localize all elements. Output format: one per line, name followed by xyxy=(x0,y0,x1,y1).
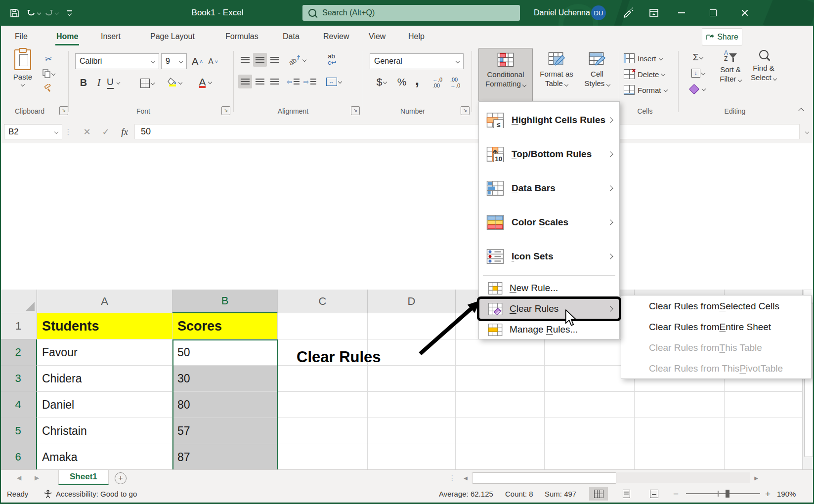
alignment-dialog-launcher-icon[interactable]: ↘ xyxy=(351,106,360,115)
font-dialog-launcher-icon[interactable]: ↘ xyxy=(221,106,230,115)
avatar[interactable]: DU xyxy=(591,5,606,20)
cell-g6[interactable] xyxy=(635,444,725,469)
borders-button[interactable] xyxy=(137,77,157,89)
minimize-button[interactable] xyxy=(670,0,693,26)
clear-button[interactable] xyxy=(687,83,709,95)
menu-item-data-bars[interactable]: Data Bars xyxy=(479,171,619,205)
accounting-format-button[interactable]: $ xyxy=(372,75,391,89)
row-header-2[interactable]: 2 xyxy=(0,339,37,366)
submenu-item-clear-rules-from-entire-sheet[interactable]: Clear Rules from Entire Sheet xyxy=(621,317,811,337)
menu-item-manage-rules[interactable]: Manage Rules... xyxy=(479,319,619,340)
cell-e6[interactable] xyxy=(456,444,545,469)
menu-item-top-bottom-rules[interactable]: 10Top/Bottom Rules xyxy=(479,137,619,171)
italic-button[interactable]: I xyxy=(93,76,105,89)
cell-e3[interactable] xyxy=(456,366,545,392)
number-format-select[interactable]: General xyxy=(370,53,464,69)
ribbon-display-options-icon[interactable] xyxy=(643,0,665,26)
row-header-1[interactable]: 1 xyxy=(0,313,37,339)
fill-color-button[interactable] xyxy=(164,76,185,89)
insert-function-icon[interactable]: fx xyxy=(116,124,133,139)
cell-d3[interactable] xyxy=(368,366,456,392)
name-box[interactable]: B2 xyxy=(4,124,62,139)
cell-c4[interactable] xyxy=(278,392,368,418)
menu-item-color-scales[interactable]: Color Scales xyxy=(479,205,619,239)
cell-a4[interactable]: Daniel xyxy=(37,392,172,418)
cell-b4[interactable]: 80 xyxy=(172,392,278,418)
decrease-font-size-button[interactable]: A˅ xyxy=(206,55,220,68)
menu-item-clear-rules[interactable]: Clear Rules xyxy=(479,298,619,319)
submenu-item-clear-rules-from-selected-cells[interactable]: Clear Rules from Selected Cells xyxy=(621,296,811,317)
cell-b2[interactable]: 50 xyxy=(172,339,278,366)
bottom-align-button[interactable] xyxy=(268,53,282,67)
sheet-tab[interactable]: Sheet1 xyxy=(58,470,109,485)
sheet-nav-right-icon[interactable]: ▶ xyxy=(35,470,39,486)
formula-bar-drag-handle[interactable]: ⋮ xyxy=(64,124,72,139)
tab-data[interactable]: Data xyxy=(281,26,301,47)
maximize-button[interactable] xyxy=(702,0,725,26)
cell-styles-button[interactable]: CellStyles xyxy=(579,48,615,101)
cell-b3[interactable]: 30 xyxy=(172,366,278,392)
cell-c3[interactable] xyxy=(278,366,368,392)
cell-f6[interactable] xyxy=(545,444,635,469)
tab-page-layout[interactable]: Page Layout xyxy=(148,26,197,47)
cell-h6[interactable] xyxy=(725,444,803,469)
share-button[interactable]: Share xyxy=(702,28,742,45)
search-box[interactable] xyxy=(302,5,520,21)
tab-splitter-handle[interactable]: ⋮ xyxy=(449,470,456,486)
decrease-indent-button[interactable]: ⇦ xyxy=(286,75,300,88)
page-layout-view-button[interactable] xyxy=(617,487,636,501)
comma-style-button[interactable]: , xyxy=(411,73,423,87)
fill-button[interactable]: ↓ xyxy=(687,67,709,80)
column-header-a[interactable]: A xyxy=(37,290,172,313)
zoom-slider-track[interactable] xyxy=(686,493,760,494)
autosum-button[interactable]: Σ xyxy=(687,51,709,64)
font-name-select[interactable]: Calibri xyxy=(75,53,159,69)
increase-font-size-button[interactable]: A˄ xyxy=(190,54,205,68)
tab-home[interactable]: Home xyxy=(54,26,80,47)
scroll-left-icon[interactable]: ◀ xyxy=(460,472,471,483)
cell-a6[interactable]: Amaka xyxy=(37,444,172,469)
cell-c6[interactable] xyxy=(278,444,368,469)
column-header-c[interactable]: C xyxy=(278,290,368,313)
row-header-5[interactable]: 5 xyxy=(0,418,37,444)
new-sheet-button[interactable]: + xyxy=(115,472,127,484)
cell-f5[interactable] xyxy=(545,418,635,444)
tab-formulas[interactable]: Formulas xyxy=(223,26,260,47)
accessibility-status[interactable]: Accessibility: Good to go xyxy=(43,485,137,503)
cell-a3[interactable]: Chidera xyxy=(37,366,172,392)
underline-button[interactable]: U xyxy=(107,76,120,89)
coming-soon-icon[interactable] xyxy=(617,0,640,26)
font-size-select[interactable]: 9 xyxy=(161,53,187,69)
close-button[interactable] xyxy=(733,0,756,26)
tab-insert[interactable]: Insert xyxy=(99,26,123,47)
find-select-button[interactable]: Find &Select xyxy=(748,50,779,83)
orientation-button[interactable]: ab↗ xyxy=(286,53,308,67)
align-right-button[interactable] xyxy=(268,75,282,88)
cell-b6[interactable]: 87 xyxy=(172,444,278,469)
cell-d6[interactable] xyxy=(368,444,456,469)
horizontal-scroll-thumb[interactable] xyxy=(472,472,616,484)
cell-a2[interactable]: Favour xyxy=(37,339,172,366)
menu-item-icon-sets[interactable]: Icon Sets xyxy=(479,239,619,273)
menu-item-new-rule[interactable]: New Rule... xyxy=(479,278,619,298)
increase-decimal-button[interactable]: ←.0.00 xyxy=(429,76,446,89)
column-header-b[interactable]: B xyxy=(172,290,278,313)
decrease-decimal-button[interactable]: .00→.0 xyxy=(447,76,464,89)
row-header-4[interactable]: 4 xyxy=(0,392,37,418)
font-color-button[interactable]: A xyxy=(194,75,215,89)
zoom-in-button[interactable]: + xyxy=(765,485,771,503)
cell-g4[interactable] xyxy=(635,392,725,418)
zoom-slider-thumb[interactable] xyxy=(726,490,729,498)
sort-filter-button[interactable]: AZ Sort &Filter xyxy=(715,50,746,84)
scroll-right-icon[interactable]: ▶ xyxy=(750,472,762,483)
number-dialog-launcher-icon[interactable]: ↘ xyxy=(461,106,470,115)
normal-view-button[interactable] xyxy=(589,487,608,501)
cell-a1[interactable]: Students xyxy=(37,313,172,339)
delete-cells-button[interactable]: ✕ Delete xyxy=(624,68,671,81)
menu-item-highlight-cells-rules[interactable]: ≤Highlight Cells Rules xyxy=(479,103,619,137)
format-cells-button[interactable]: Format xyxy=(624,84,671,96)
tab-file[interactable]: File xyxy=(13,26,30,47)
row-header-6[interactable]: 6 xyxy=(0,444,37,469)
top-align-button[interactable] xyxy=(238,53,252,67)
format-painter-button[interactable] xyxy=(41,83,56,94)
